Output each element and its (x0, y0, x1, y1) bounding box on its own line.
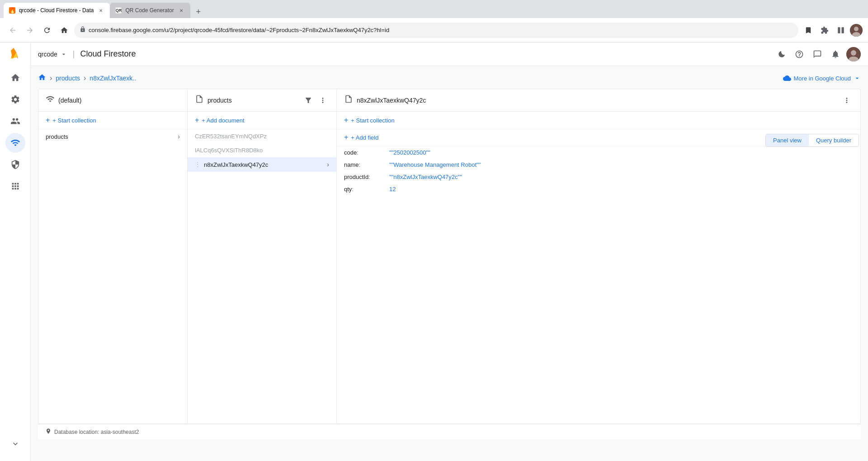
panel-document-title: n8xZwlJxTaexkwQ47y2c (357, 97, 837, 104)
help-button[interactable] (792, 47, 807, 61)
firebase-sidebar (0, 42, 31, 461)
notifications-button[interactable] (828, 47, 843, 61)
firestore-area: › products › n8xZwlJxTaexk.. More in Goo… (31, 66, 868, 461)
panel-products: products + + Add (188, 89, 337, 423)
sidebar-item-settings[interactable] (5, 89, 25, 109)
url-text: console.firebase.google.com/u/2/project/… (89, 27, 793, 33)
tab-title-firebase: qrcode - Cloud Firestore - Data (19, 7, 94, 14)
panel-products-icon (195, 94, 204, 106)
start-collection-button[interactable]: + + Start collection (38, 112, 187, 129)
breadcrumb-document[interactable]: n8xZwlJxTaexk.. (90, 75, 136, 82)
query-builder-button[interactable]: Query builder (809, 134, 859, 146)
sidebar-toggle-button[interactable] (834, 23, 848, 38)
panel-default-content: + + Start collection products › (38, 112, 187, 423)
more-options-products[interactable] (316, 94, 329, 107)
breadcrumb-sep-2: › (84, 74, 86, 82)
doc-item-2-name: lALCq6sQVXSiThR8D8ko (195, 147, 329, 154)
field-code: code: "2502002500" (337, 146, 860, 159)
sidebar-expand-button[interactable] (5, 434, 25, 454)
doc-item-2[interactable]: lALCq6sQVXSiThR8D8ko (188, 143, 336, 157)
plus-icon-doc: + (344, 116, 348, 124)
panel-default-icon (46, 94, 55, 106)
more-in-google-cloud-button[interactable]: More in Google Cloud (783, 74, 861, 82)
security-icon (80, 26, 86, 34)
start-collection-doc-label: + Start collection (351, 117, 394, 124)
field-productid-value[interactable]: "n8xZwlJxTaexkwQ47y2c" (389, 174, 462, 180)
add-document-label: + Add document (202, 117, 244, 124)
user-avatar[interactable] (850, 24, 863, 37)
refresh-button[interactable] (40, 23, 54, 38)
divider: | (73, 49, 75, 59)
panel-default-title: (default) (58, 97, 180, 104)
panel-document-header: n8xZwlJxTaexkwQ47y2c (337, 89, 860, 112)
tab-close-firebase[interactable]: ✕ (97, 7, 104, 14)
start-collection-label: + Start collection (52, 117, 96, 124)
plus-icon-products: + (195, 116, 199, 124)
collection-products[interactable]: products › (38, 129, 187, 144)
svg-rect-0 (838, 27, 840, 33)
plus-icon-default: + (46, 116, 50, 124)
svg-point-3 (854, 27, 859, 31)
drag-handle-icon: ⋮ (195, 161, 200, 168)
field-name: name: "Warehouse Management Robot" (337, 159, 860, 171)
breadcrumb-sep-1: › (50, 74, 52, 82)
tab-qrgen[interactable]: QR QR Code Generator ✕ (110, 3, 190, 18)
tab-favicon-firebase: 🔥 (9, 7, 15, 14)
filter-button[interactable] (302, 94, 315, 107)
field-code-key: code: (344, 149, 389, 156)
panel-products-content: + + Add document CzER532tsanEYmNQdXPz lA… (188, 112, 336, 423)
sidebar-item-users[interactable] (5, 111, 25, 131)
svg-point-6 (851, 50, 856, 56)
field-qty-key: qty: (344, 186, 389, 193)
panel-products-actions (302, 94, 329, 107)
dark-mode-button[interactable] (774, 47, 788, 61)
panels-container: (default) + + Start collection products … (38, 89, 861, 424)
field-qty: qty: 12 (337, 183, 860, 195)
panel-default-header: (default) (38, 89, 187, 112)
forward-button[interactable] (23, 23, 37, 38)
sidebar-item-extensions[interactable] (5, 176, 25, 196)
breadcrumb: › products › n8xZwlJxTaexk.. More in Goo… (38, 73, 861, 83)
doc-item-3[interactable]: ⋮ n8xZwlJxTaexkwQ47y2c › (188, 157, 336, 172)
collection-products-arrow: › (178, 133, 180, 140)
home-button[interactable] (57, 23, 71, 38)
start-collection-doc-button[interactable]: + + Start collection (337, 112, 860, 129)
doc-item-1[interactable]: CzER532tsanEYmNQdXPz (188, 129, 336, 143)
field-productid: productId: "n8xZwlJxTaexkwQ47y2c" (337, 171, 860, 183)
more-options-document[interactable] (840, 94, 853, 107)
project-selector[interactable]: qrcode (38, 51, 67, 58)
app-user-avatar[interactable] (846, 47, 861, 61)
panel-view-button[interactable]: Panel view (766, 134, 809, 146)
tab-close-qr[interactable]: ✕ (178, 7, 185, 14)
tab-firebase[interactable]: 🔥 qrcode - Cloud Firestore - Data ✕ (4, 3, 110, 18)
database-footer: Database location: asia-southeast2 (38, 424, 861, 439)
add-field-label: + Add field (351, 134, 378, 141)
tab-favicon-qr: QR (115, 7, 122, 14)
panel-document-actions (840, 94, 853, 107)
top-bar: qrcode | Cloud Firestore (31, 42, 868, 66)
field-qty-value[interactable]: 12 (389, 186, 396, 193)
back-button[interactable] (5, 23, 20, 38)
doc-item-1-name: CzER532tsanEYmNQdXPz (195, 133, 329, 140)
chat-button[interactable] (810, 47, 825, 61)
doc-item-3-arrow: › (327, 161, 329, 168)
collection-products-name: products (46, 133, 178, 140)
sidebar-item-security[interactable] (5, 155, 25, 174)
field-name-value[interactable]: "Warehouse Management Robot" (389, 161, 481, 168)
field-code-value[interactable]: "2502002500" (389, 149, 430, 156)
sidebar-item-firestore[interactable] (5, 133, 25, 153)
extension-button[interactable] (817, 23, 832, 38)
address-bar[interactable]: console.firebase.google.com/u/2/project/… (74, 23, 798, 38)
svg-rect-1 (842, 27, 844, 33)
bookmark-button[interactable] (801, 23, 816, 38)
add-document-button[interactable]: + + Add document (188, 112, 336, 129)
view-toggle: Panel view Query builder (765, 134, 859, 147)
doc-item-3-name: n8xZwlJxTaexkwQ47y2c (204, 161, 327, 168)
sidebar-item-home[interactable] (5, 68, 25, 88)
breadcrumb-collection[interactable]: products (56, 75, 80, 82)
breadcrumb-home[interactable] (38, 73, 46, 83)
panel-products-header: products (188, 89, 336, 112)
new-tab-button[interactable]: + (192, 5, 205, 18)
panel-document-content: + + Start collection + + Add field code:… (337, 112, 860, 423)
firebase-logo[interactable] (7, 46, 24, 62)
